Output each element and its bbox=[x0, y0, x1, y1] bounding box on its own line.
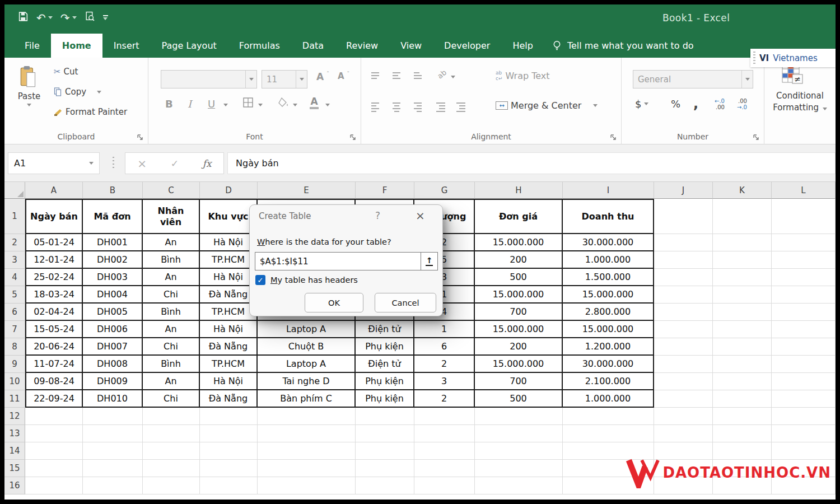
cell-K7[interactable] bbox=[713, 321, 772, 338]
cell-A11[interactable]: 22-09-24 bbox=[25, 390, 83, 408]
align-left-icon[interactable] bbox=[371, 102, 379, 112]
cell-H6[interactable]: 700 bbox=[475, 304, 563, 321]
cell-C16[interactable] bbox=[143, 477, 200, 494]
tab-developer[interactable]: Developer bbox=[433, 34, 501, 58]
cell-B16[interactable] bbox=[83, 477, 143, 494]
underline-button[interactable]: U bbox=[208, 98, 215, 110]
save-icon[interactable] bbox=[18, 11, 29, 24]
cell-I10[interactable]: 2.100.000 bbox=[563, 373, 654, 390]
cell-E13[interactable] bbox=[258, 425, 356, 442]
cell-C15[interactable] bbox=[143, 460, 200, 477]
cell-G13[interactable] bbox=[414, 425, 475, 442]
number-dialog-launcher-icon[interactable] bbox=[753, 134, 759, 141]
wrap-text-button[interactable]: abc↵ Wrap Text bbox=[496, 70, 550, 81]
decrease-indent-icon[interactable] bbox=[436, 102, 445, 112]
cell-B9[interactable]: DH008 bbox=[83, 356, 143, 373]
align-center-icon[interactable] bbox=[393, 102, 400, 112]
tab-review[interactable]: Review bbox=[335, 34, 389, 58]
column-header-F[interactable]: F bbox=[356, 182, 414, 199]
accounting-format-button[interactable]: $ bbox=[635, 98, 648, 110]
tab-data[interactable]: Data bbox=[291, 34, 335, 58]
cell-K3[interactable] bbox=[713, 251, 772, 269]
cell-J7[interactable] bbox=[654, 321, 713, 338]
cell-G12[interactable] bbox=[414, 408, 475, 425]
cell-J10[interactable] bbox=[654, 373, 713, 390]
copy-dropdown-icon[interactable] bbox=[97, 91, 101, 94]
cell-B12[interactable] bbox=[83, 408, 143, 425]
cell-E15[interactable] bbox=[258, 460, 356, 477]
cell-H9[interactable]: 15.000.000 bbox=[475, 356, 563, 373]
fill-color-dropdown-icon[interactable] bbox=[293, 104, 297, 106]
cell-F11[interactable]: Phụ kiện bbox=[356, 390, 414, 408]
tell-me-box[interactable]: Tell me what you want to do bbox=[544, 34, 702, 58]
column-header-J[interactable]: J bbox=[654, 182, 713, 199]
cell-I3[interactable]: 1.000.000 bbox=[563, 251, 654, 269]
cell-E8[interactable]: Chuột B bbox=[258, 338, 356, 356]
cell-K5[interactable] bbox=[713, 286, 772, 304]
cell-I13[interactable] bbox=[563, 425, 654, 442]
customize-qat-button[interactable] bbox=[103, 15, 108, 20]
cell-G10[interactable]: 3 bbox=[414, 373, 475, 390]
redo-button[interactable]: ↷ bbox=[60, 12, 77, 24]
cell-K8[interactable] bbox=[713, 338, 772, 356]
cell-C6[interactable]: Bình bbox=[143, 304, 200, 321]
cell-L6[interactable] bbox=[772, 304, 836, 321]
cell-A10[interactable]: 09-08-24 bbox=[25, 373, 83, 390]
row-header-11[interactable]: 11 bbox=[4, 390, 25, 408]
cell-H4[interactable]: 500 bbox=[475, 269, 563, 286]
column-header-E[interactable]: E bbox=[258, 182, 356, 199]
cell-I4[interactable]: 1.500.000 bbox=[563, 269, 654, 286]
cell-H16[interactable] bbox=[475, 477, 563, 494]
cell-A3[interactable]: 12-01-24 bbox=[25, 251, 83, 269]
align-bottom-icon[interactable] bbox=[414, 72, 422, 79]
cell-D11[interactable]: Đà Nẵng bbox=[200, 390, 258, 408]
cell-J13[interactable] bbox=[654, 425, 713, 442]
cell-C1[interactable]: Nhân viên bbox=[143, 199, 200, 234]
language-bar[interactable]: VI Vietnames bbox=[750, 49, 836, 67]
cell-L5[interactable] bbox=[772, 286, 836, 304]
cell-A8[interactable]: 20-06-24 bbox=[25, 338, 83, 356]
cell-A5[interactable]: 18-03-24 bbox=[25, 286, 83, 304]
grow-font-button[interactable]: Aˆ bbox=[316, 71, 329, 82]
cell-D16[interactable] bbox=[200, 477, 258, 494]
cell-L7[interactable] bbox=[772, 321, 836, 338]
cell-K1[interactable] bbox=[713, 199, 772, 234]
tab-formulas[interactable]: Formulas bbox=[228, 34, 291, 58]
cell-K11[interactable] bbox=[713, 390, 772, 408]
alignment-dialog-launcher-icon[interactable] bbox=[610, 134, 617, 141]
name-box[interactable]: A1 bbox=[8, 152, 100, 174]
cell-A14[interactable] bbox=[25, 442, 83, 460]
format-painter-button[interactable]: Format Painter bbox=[54, 107, 127, 117]
cell-H2[interactable]: 15.000.000 bbox=[475, 234, 563, 251]
column-header-D[interactable]: D bbox=[200, 182, 258, 199]
cell-F12[interactable] bbox=[356, 408, 414, 425]
row-header-15[interactable]: 15 bbox=[4, 460, 25, 477]
cell-H8[interactable]: 200 bbox=[475, 338, 563, 356]
cell-B3[interactable]: DH002 bbox=[83, 251, 143, 269]
row-header-1[interactable]: 1 bbox=[4, 199, 25, 234]
row-header-2[interactable]: 2 bbox=[4, 234, 25, 251]
cell-H15[interactable] bbox=[475, 460, 563, 477]
cell-C8[interactable]: Chi bbox=[143, 338, 200, 356]
row-header-3[interactable]: 3 bbox=[4, 251, 25, 269]
paste-button[interactable]: Paste bbox=[15, 66, 44, 106]
cell-L4[interactable] bbox=[772, 269, 836, 286]
cell-L11[interactable] bbox=[772, 390, 836, 408]
language-bar-grip[interactable] bbox=[753, 52, 755, 65]
cell-K12[interactable] bbox=[713, 408, 772, 425]
merge-center-dropdown-icon[interactable] bbox=[593, 104, 598, 107]
insert-function-icon[interactable]: ƒx bbox=[203, 158, 212, 169]
borders-dropdown-icon[interactable] bbox=[258, 104, 263, 106]
undo-dropdown-icon[interactable] bbox=[48, 16, 53, 19]
font-size-combobox[interactable]: 11 bbox=[262, 70, 307, 88]
font-color-dropdown-icon[interactable] bbox=[325, 104, 330, 106]
cell-H12[interactable] bbox=[475, 408, 563, 425]
cell-F16[interactable] bbox=[356, 477, 414, 494]
cell-H14[interactable] bbox=[475, 442, 563, 460]
align-right-icon[interactable] bbox=[414, 102, 422, 112]
cell-C2[interactable]: An bbox=[143, 234, 200, 251]
cell-J5[interactable] bbox=[654, 286, 713, 304]
cell-B5[interactable]: DH004 bbox=[83, 286, 143, 304]
cell-K9[interactable] bbox=[713, 356, 772, 373]
column-header-B[interactable]: B bbox=[83, 182, 143, 199]
